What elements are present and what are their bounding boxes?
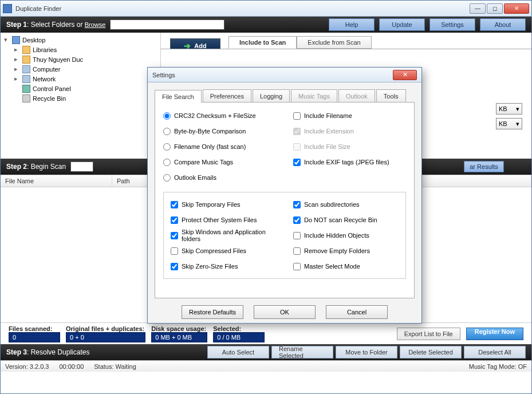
column-filename[interactable]: File Name — [1, 175, 112, 187]
dialog-tabs: File Search Preferences Logging Music Ta… — [155, 89, 415, 103]
tree-node-recyclebin[interactable]: Recycle Bin — [4, 93, 157, 103]
tab-preferences[interactable]: Preferences — [203, 89, 251, 102]
recyclebin-icon — [22, 94, 30, 103]
ok-button[interactable]: OK — [254, 305, 316, 319]
maximize-button[interactable]: ◻ — [487, 3, 503, 14]
tree-node-controlpanel[interactable]: Control Panel — [4, 84, 157, 93]
radio-outlook[interactable]: Outlook Emails — [163, 172, 276, 183]
size-unit-select-2[interactable]: KB▾ — [496, 118, 522, 129]
close-button[interactable]: ✕ — [504, 3, 529, 14]
minimize-button[interactable]: — — [470, 3, 486, 14]
check-label: Do NOT scan Recycle Bin — [304, 216, 377, 223]
clear-results-button[interactable]: ar Results — [464, 161, 504, 172]
check-skip-win[interactable]: Skip Windows and Application folders — [171, 230, 276, 241]
check-master-select[interactable]: Master Select Mode — [293, 261, 399, 271]
settings-dialog: Settings ✕ File Search Preferences Loggi… — [147, 67, 422, 324]
tree-node-libraries[interactable]: ▸Libraries — [4, 45, 157, 54]
restore-defaults-button[interactable]: Restore Defaults — [182, 305, 243, 319]
radio-label: Filename Only (fast scan) — [174, 143, 246, 150]
tree-label: Recycle Bin — [33, 95, 66, 102]
tab-outlook[interactable]: Outlook — [338, 89, 375, 102]
delete-selected-button[interactable]: Delete Selected — [400, 346, 462, 358]
check-label: Protect Other System Files — [182, 216, 257, 223]
dialog-panel: CRC32 Checksum + FileSize Byte-by-Byte C… — [155, 103, 415, 298]
check-skip-temp[interactable]: Skip Temporary Files — [171, 199, 276, 210]
window-title: Duplicate Finder — [15, 5, 470, 12]
tree-label: Thuy Nguyen Duc — [33, 56, 83, 63]
deselect-all-button[interactable]: Deselect All — [464, 346, 526, 358]
check-include-filename[interactable]: Include Filename — [293, 111, 406, 121]
radio-crc[interactable]: CRC32 Checksum + FileSize — [163, 111, 276, 121]
check-include-exif[interactable]: Include EXIF tags (JPEG files) — [293, 157, 406, 167]
check-label: Skip Windows and Application folders — [182, 228, 276, 242]
register-button[interactable]: Register Now — [466, 328, 523, 340]
step1-label-rest: : Select Folders or — [27, 21, 85, 29]
help-button[interactable]: Help — [329, 18, 375, 31]
check-scan-subdirs[interactable]: Scan subdirectories — [293, 199, 399, 210]
expander-icon[interactable]: ▸ — [14, 65, 20, 73]
tree-node-computer[interactable]: ▸Computer — [4, 64, 157, 74]
tab-tools[interactable]: Tools — [376, 89, 406, 102]
check-label: Include EXIF tags (JPEG files) — [304, 159, 389, 166]
computer-icon — [22, 65, 30, 73]
check-label: Scan subdirectories — [304, 201, 360, 208]
tree-label: Computer — [33, 66, 60, 73]
check-label: Master Select Mode — [304, 263, 360, 270]
cancel-button[interactable]: Cancel — [326, 305, 388, 319]
stat-sel-label: Selected: — [213, 325, 263, 332]
options-groupbox: Skip Temporary Files Protect Other Syste… — [163, 192, 406, 279]
radio-byte[interactable]: Byte-by-Byte Comparison — [163, 126, 276, 136]
tree-node-desktop[interactable]: ▾Desktop — [4, 35, 157, 45]
step3-label-bold: Step 3 — [6, 348, 27, 356]
check-remove-empty[interactable]: Remove Empty Folders — [293, 246, 399, 256]
size-unit-select-1[interactable]: KB▾ — [496, 103, 522, 115]
dialog-titlebar: Settings ✕ — [148, 68, 421, 82]
tab-music-tags[interactable]: Music Tags — [291, 89, 337, 102]
tab-exclude[interactable]: Exclude from Scan — [297, 36, 371, 49]
check-skip-compressed[interactable]: Skip Compressed Files — [171, 246, 276, 256]
tab-include[interactable]: Include to Scan — [228, 36, 297, 49]
radio-label: CRC32 Checksum + FileSize — [174, 112, 256, 119]
scan-input[interactable] — [70, 161, 93, 172]
rename-selected-button[interactable]: Rename Selected — [271, 346, 333, 358]
app-icon — [3, 4, 12, 13]
expander-icon[interactable]: ▸ — [14, 56, 20, 63]
status-state: Status: Waiting — [94, 363, 136, 370]
radio-filename[interactable]: Filename Only (fast scan) — [163, 141, 276, 152]
dialog-close-button[interactable]: ✕ — [393, 70, 417, 80]
move-to-folder-button[interactable]: Move to Folder — [336, 346, 397, 358]
radio-music[interactable]: Compare Music Tags — [163, 157, 276, 167]
stat-orig-value: 0 + 0 — [66, 332, 145, 342]
browse-link[interactable]: Browse — [85, 21, 106, 28]
tab-logging[interactable]: Logging — [253, 89, 290, 102]
chevron-down-icon: ▾ — [516, 105, 519, 113]
browse-input[interactable] — [110, 19, 224, 30]
check-include-hidden[interactable]: Include Hidden Objects — [293, 230, 399, 241]
tree-node-network[interactable]: ▸Network — [4, 74, 157, 84]
tab-file-search[interactable]: File Search — [155, 90, 202, 103]
settings-button[interactable]: Settings — [429, 18, 475, 31]
update-button[interactable]: Update — [379, 18, 425, 31]
tree-label: Network — [33, 76, 56, 82]
export-button[interactable]: Export List to File — [397, 328, 460, 340]
check-label: Include Hidden Objects — [304, 232, 369, 239]
check-label: Include Filename — [304, 112, 352, 119]
folder-tree[interactable]: ▾Desktop ▸Libraries ▸Thuy Nguyen Duc ▸Co… — [1, 33, 161, 159]
tree-node-user[interactable]: ▸Thuy Nguyen Duc — [4, 54, 157, 64]
step2-label-rest: : Begin Scan — [27, 163, 66, 171]
check-protect-sys[interactable]: Protect Other System Files — [171, 215, 276, 225]
status-version: Version: 3.2.0.3 — [5, 363, 49, 370]
expander-icon[interactable]: ▾ — [4, 36, 10, 44]
main-window: Duplicate Finder — ◻ ✕ Step 1: Select Fo… — [0, 0, 532, 394]
unit-label: KB — [499, 120, 507, 127]
check-label: Skip Zero-Size Files — [182, 263, 238, 270]
stat-scanned-value: 0 — [9, 332, 60, 342]
about-button[interactable]: About — [480, 18, 526, 31]
chevron-down-icon: ▾ — [516, 120, 519, 128]
auto-select-button[interactable]: Auto Select — [207, 346, 269, 358]
dialog-title: Settings — [152, 72, 393, 78]
check-skip-zero[interactable]: Skip Zero-Size Files — [171, 261, 276, 271]
expander-icon[interactable]: ▸ — [14, 46, 20, 53]
check-no-recyclebin[interactable]: Do NOT scan Recycle Bin — [293, 215, 399, 225]
expander-icon[interactable]: ▸ — [14, 75, 20, 82]
